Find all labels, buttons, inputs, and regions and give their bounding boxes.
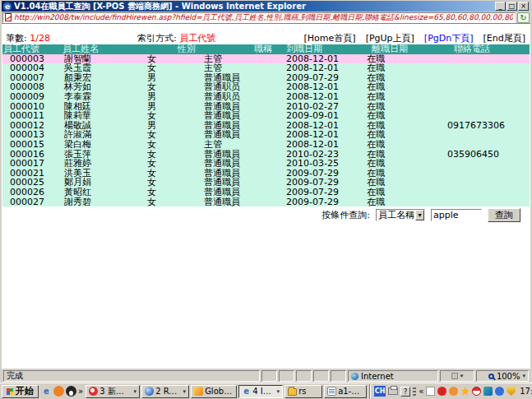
cell-employee-name: 黃昭红 [64, 188, 91, 197]
tray-handle-icon [413, 387, 416, 396]
tray-shield-icon[interactable] [507, 387, 516, 396]
protected-mode-icon [451, 373, 458, 379]
search-field-value: 員工名稱 [378, 209, 414, 221]
cell-gender: 女 [147, 188, 156, 197]
printer-icon[interactable] [388, 387, 398, 395]
cell-employee-id: 000015 [10, 140, 44, 150]
tray-star-icon[interactable] [460, 387, 470, 396]
cell-employee-name: 陳莉華 [64, 111, 91, 121]
status-text: 完成 [3, 370, 260, 382]
chevron-right-icon[interactable]: » [78, 387, 83, 396]
sina-uc-icon [89, 387, 98, 396]
title-bar: e V1.04在職員工查詢 [X-POS 雲端商務網] - Windows In… [2, 1, 530, 12]
status-segment [296, 370, 312, 382]
taskbar-button-label: 4 Inte... [252, 387, 275, 396]
col-header-employee-id: 員工代號 [3, 44, 39, 54]
maximize-button[interactable]: □ [507, 2, 517, 11]
cell-employee-name: 莊雅婷 [64, 159, 91, 169]
taskbar-button-folder-rs[interactable]: rs [285, 385, 322, 398]
col-header-gender: 性別 [178, 44, 196, 54]
system-tray: CH ? « 17:31 [369, 384, 532, 399]
window-controls: _ □ × [495, 2, 529, 11]
cell-employee-id: 000011 [10, 111, 44, 121]
close-button[interactable]: × [518, 2, 529, 11]
table-header-row: 員工代號 員工姓名 性別 職稱 到職日期 離職日期 聯絡電話 [2, 44, 530, 54]
window-title: V1.04在職員工查詢 [X-POS 雲端商務網] - Windows Inte… [14, 1, 493, 12]
table-row[interactable]: 000017 莊雅婷 女 普通職員 2010-03-25 在職 [2, 159, 530, 169]
cell-employee-id: 000009 [10, 92, 44, 102]
nav-pgdn[interactable]: [PgDn下頁] [424, 32, 474, 44]
cell-leave-status: 在職 [367, 140, 385, 150]
cell-leave-status: 在職 [367, 188, 385, 197]
table-row[interactable]: 000011 陳莉華 女 普通職員 2009-09-01 在職 [2, 111, 530, 121]
search-query-input[interactable] [431, 209, 482, 221]
cell-job-title: 主管 [204, 140, 222, 150]
chevron-down-icon[interactable]: ▾ [415, 210, 424, 220]
language-indicator[interactable]: CH [374, 386, 386, 397]
taskbar-button-sina-uc[interactable]: 3 新浪UC ▾ [86, 385, 140, 398]
search-button[interactable]: 查詢 [488, 208, 520, 222]
chevron-left-icon[interactable]: « [419, 387, 423, 396]
employee-table: 員工代號 員工姓名 性別 職稱 到職日期 離職日期 聯絡電話 000003 謝智… [2, 44, 530, 206]
app-quicklaunch-icon[interactable] [53, 386, 64, 397]
condition-search-label: 按條件查詢: [322, 209, 370, 221]
tray-messenger-icon[interactable] [495, 387, 504, 396]
cell-leave-status: 在職 [367, 111, 385, 121]
help-icon[interactable]: ? [400, 387, 410, 397]
address-input[interactable]: http://win2008/tw/include/findHirewen.as… [2, 12, 516, 23]
table-row[interactable]: 000027 謝秀碧 女 普通職員 2009-07-29 在職 [2, 197, 530, 207]
record-count: 筆數: 1/28 [6, 32, 50, 44]
minimize-button[interactable]: _ [495, 2, 506, 11]
magnifier-icon [488, 373, 494, 379]
taskbar-button-document[interactable]: a1-L 人... [324, 385, 367, 398]
document-icon [327, 387, 336, 396]
tray-ball-icon[interactable] [472, 387, 481, 396]
taskbar-button-label: 2 Remo... [155, 387, 181, 396]
taskbar-button-remote[interactable]: 2 Remo... ▾ [141, 385, 189, 398]
cell-job-title: 普通職員 [204, 197, 240, 207]
condition-search: 按條件查詢: 員工名稱 ▾ 查詢 [2, 208, 530, 222]
nav-pgup[interactable]: [PgUp上頁] [366, 32, 414, 44]
taskbar-button-globals[interactable]: GlobalS... [191, 385, 237, 398]
cell-gender: 女 [147, 111, 156, 121]
col-header-phone: 聯絡電話 [454, 44, 490, 54]
cell-employee-name: 謝秀碧 [64, 197, 91, 207]
record-count-value: 1/28 [30, 33, 50, 44]
table-row[interactable]: 000009 李泰霖 男 普通职员 2008-12-01 在職 [2, 92, 530, 102]
tray-pet-icon[interactable] [449, 387, 458, 396]
status-segment [313, 370, 329, 382]
cell-gender: 女 [147, 159, 156, 169]
col-header-leave-date: 離職日期 [372, 44, 408, 54]
taskbar-clock: 17:31 [518, 387, 532, 396]
taskbar: 开始 e » 3 新浪UC ▾ 2 Remo... ▾ GlobalS... [0, 383, 532, 399]
nav-end[interactable]: [End尾頁] [483, 32, 526, 44]
tray-media-player-icon[interactable] [483, 387, 493, 396]
zoom-indicator[interactable]: 100% ▾ [476, 370, 529, 382]
search-field-select[interactable]: 員工名稱 ▾ [376, 209, 425, 221]
cell-hire-date: 2009-07-29 [286, 188, 339, 197]
caret-down-icon: ▾ [522, 373, 525, 379]
cell-hire-date: 2008-12-01 [286, 140, 339, 150]
nav-home[interactable]: [Home首頁] [304, 32, 356, 44]
cell-hire-date: 2009-07-29 [286, 197, 339, 207]
tray-document-icon[interactable] [426, 387, 435, 396]
table-row[interactable]: 000026 黃昭红 女 普通職員 2009-07-29 在職 [2, 188, 530, 197]
start-button[interactable]: 开始 [2, 385, 39, 398]
col-header-hire-date: 到職日期 [286, 44, 322, 54]
go-button[interactable]: ↻ [517, 12, 530, 23]
taskbar-button-internet-explorer[interactable]: e 4 Inte... ▾ [238, 385, 283, 398]
cell-hire-date: 2008-12-01 [286, 92, 339, 102]
ie-quicklaunch-icon[interactable]: e [41, 386, 52, 397]
table-body: 000003 謝智蘭 女 主管 2008-12-01 在職 000004 吳玉霞… [2, 54, 530, 207]
cell-employee-name: 李泰霖 [64, 92, 91, 102]
cell-phone: 035906450 [447, 150, 499, 160]
table-row[interactable]: 000015 梁白梅 女 主管 2008-12-01 在職 [2, 140, 530, 150]
tray-qq-icon[interactable] [437, 387, 446, 396]
task-buttons: 3 新浪UC ▾ 2 Remo... ▾ GlobalS... e 4 Inte… [86, 385, 367, 398]
cell-hire-date: 2010-03-25 [286, 159, 339, 169]
record-count-label: 筆數: [6, 33, 27, 44]
col-header-job-title: 職稱 [254, 44, 272, 54]
security-zone: Internet [348, 370, 438, 382]
qq-quicklaunch-icon[interactable] [66, 386, 76, 397]
cell-gender: 女 [147, 197, 156, 207]
